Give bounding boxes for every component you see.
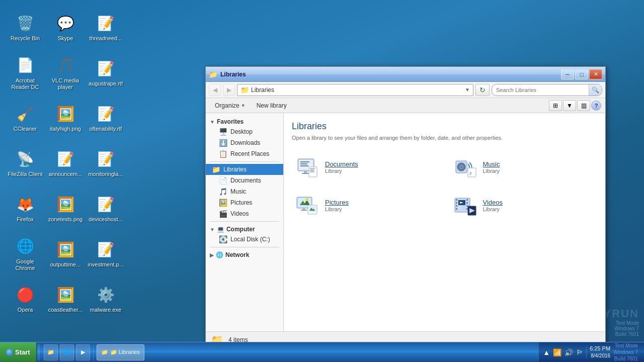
library-item-pictures[interactable]: Pictures Library <box>292 189 440 221</box>
library-item-documents[interactable]: Documents Library <box>292 151 440 183</box>
taskbar-ie-icon[interactable]: 🌐 <box>60 344 74 360</box>
desktop-icon-opera[interactable]: 🔴 Opera <box>5 277 45 322</box>
sidebar-divider-1 <box>210 161 279 162</box>
tray-volume-icon[interactable]: 🔊 <box>565 348 573 356</box>
close-button[interactable]: ✕ <box>589 69 602 79</box>
taskbar-libraries-button[interactable]: 📁 📁 Libraries <box>97 344 144 360</box>
start-button[interactable]: Start <box>0 342 37 363</box>
desktop-icon-investment[interactable]: 📝 investment.p... <box>86 231 126 277</box>
tray-clock[interactable]: 6:25 PM 8/4/2016 <box>590 345 610 359</box>
taskbar-explorer-icon[interactable]: 📁 <box>44 344 58 360</box>
library-item-videos[interactable]: Videos Library <box>450 189 598 221</box>
refresh-button[interactable]: ↻ <box>475 84 490 96</box>
sidebar-item-pictures[interactable]: 🖼️ Pictures <box>213 197 283 208</box>
sidebar-item-music[interactable]: 🎵 Music <box>213 186 283 197</box>
view-dropdown-button[interactable]: ▼ <box>563 100 576 111</box>
quick-launch: 📁 🌐 ▶ <box>41 344 94 360</box>
sidebar-item-recent-places[interactable]: 📋 Recent Places <box>213 148 283 159</box>
desktop-icon-recycle-bin[interactable]: 🗑️ Recycle Bin <box>5 5 45 50</box>
svg-rect-3 <box>300 163 307 164</box>
sidebar-item-local-disk[interactable]: 💽 Local Disk (C:) <box>213 234 283 245</box>
svg-rect-29 <box>456 199 457 201</box>
svg-rect-5 <box>304 171 307 173</box>
desktop-icon-zonetests[interactable]: 🖼️ zonetests.png <box>45 186 86 231</box>
desktop-icon-firefox[interactable]: 🦊 Firefox <box>5 186 45 231</box>
music-library-type: Library <box>483 168 500 174</box>
taskbar-wmp-icon[interactable]: ▶ <box>76 344 90 360</box>
search-input[interactable] <box>492 87 589 93</box>
desktop-icon-vlc[interactable]: 🎵 VLC media player <box>45 50 86 96</box>
tray-network-icon[interactable]: 📶 <box>553 348 561 356</box>
pictures-library-icon <box>296 193 320 217</box>
maximize-button[interactable]: □ <box>575 69 588 79</box>
sidebar-item-downloads[interactable]: ⬇️ Downloads <box>213 137 283 148</box>
desktop-icon-monitoringla[interactable]: 📝 monitoringla... <box>86 141 126 186</box>
documents-library-icon <box>296 155 320 179</box>
taskbar: Start 📁 🌐 ▶ 📁 📁 Libraries ▲ 📶 🔊 🏳 6:25 P… <box>0 342 644 362</box>
new-library-button[interactable]: New library <box>252 100 292 111</box>
desktop-icon-acrobat[interactable]: 📄 Acrobat Reader DC <box>5 50 45 96</box>
library-item-music[interactable]: ♪ Music Library <box>450 151 598 183</box>
address-bar-path: Libraries <box>251 86 463 94</box>
svg-rect-4 <box>300 165 308 166</box>
videos-library-icon <box>454 193 478 217</box>
desktop-icon-announcem[interactable]: 📝 announcem... <box>45 141 86 186</box>
window-controls: ─ □ ✕ <box>561 69 602 79</box>
desktop-icon-filezilla[interactable]: 📡 FileZilla Client <box>5 141 45 186</box>
sidebar: ▼ Favorites 🖥️ Desktop ⬇️ Downloads 📋 Re… <box>206 113 284 331</box>
sidebar-section-libraries: 📁 Libraries 📄 Documents 🎵 Music 🖼️ Pictu… <box>206 164 283 219</box>
sidebar-computer-header[interactable]: ▼ 💻 Computer <box>206 224 283 234</box>
favorites-expand-icon: ▼ <box>210 119 215 125</box>
computer-expand-icon: ▼ <box>210 227 215 232</box>
documents-library-type: Library <box>325 168 358 174</box>
svg-rect-33 <box>466 199 468 201</box>
videos-library-name[interactable]: Videos <box>483 199 503 206</box>
documents-library-name[interactable]: Documents <box>325 160 358 168</box>
desktop-icon-augustrape[interactable]: 📝 augustrape.rtf <box>86 50 126 96</box>
help-button[interactable]: ? <box>591 101 601 111</box>
window-content: ▼ Favorites 🖥️ Desktop ⬇️ Downloads 📋 Re… <box>206 113 605 331</box>
pictures-library-name[interactable]: Pictures <box>325 199 349 206</box>
taskbar-open-windows: 📁 📁 Libraries <box>94 342 539 362</box>
desktop-icon-chrome[interactable]: 🌐 Google Chrome <box>5 231 45 277</box>
window-title-text: Libraries <box>220 71 561 78</box>
music-library-name[interactable]: Music <box>483 160 500 168</box>
search-submit-button[interactable]: 🔍 <box>589 84 602 96</box>
desktop-icon-malware[interactable]: ⚙️ malware.exe <box>86 277 126 322</box>
desktop-icon-threadneed[interactable]: 📝 threadneed... <box>86 5 126 50</box>
sidebar-item-desktop[interactable]: 🖥️ Desktop <box>213 126 283 137</box>
favorites-children: 🖥️ Desktop ⬇️ Downloads 📋 Recent Places <box>213 126 283 159</box>
desktop-icon-deviceshost[interactable]: 📝 deviceshost... <box>86 186 126 231</box>
search-box: 🔍 <box>492 84 602 96</box>
back-button[interactable]: ◀ <box>209 84 221 96</box>
desktop-icon-italyhigh[interactable]: 🖼️ italyhigh.png <box>45 96 86 141</box>
sidebar-network-header[interactable]: ▶ 🌐 Network <box>206 249 283 259</box>
sidebar-item-videos[interactable]: 🎬 Videos <box>213 208 283 219</box>
address-bar-icon: 📁 <box>240 86 249 94</box>
minimize-button[interactable]: ─ <box>561 69 574 79</box>
recent-places-icon: 📋 <box>219 150 227 158</box>
address-bar[interactable]: 📁 Libraries ▼ <box>237 84 473 96</box>
sidebar-item-documents[interactable]: 📄 Documents <box>213 175 283 186</box>
tray-action-center-icon[interactable]: 🏳 <box>576 348 583 356</box>
music-icon: 🎵 <box>219 188 227 196</box>
sidebar-libraries-header[interactable]: 📁 Libraries <box>206 164 283 175</box>
videos-library-type: Library <box>483 206 503 212</box>
sidebar-favorites-header[interactable]: ▼ Favorites <box>206 116 283 126</box>
forward-button[interactable]: ▶ <box>223 84 235 96</box>
organize-menu[interactable]: Organize ▼ <box>210 100 251 111</box>
sidebar-section-favorites: ▼ Favorites 🖥️ Desktop ⬇️ Downloads 📋 Re… <box>206 116 283 159</box>
tray-expand-icon[interactable]: ▲ <box>543 348 550 356</box>
preview-pane-button[interactable]: ▥ <box>577 100 590 111</box>
svg-rect-40 <box>462 206 465 210</box>
desktop-icon-outputtime[interactable]: 🖼️ outputtime... <box>45 231 86 277</box>
svg-rect-8 <box>310 168 315 169</box>
local-disk-icon: 💽 <box>219 235 227 243</box>
desktop-icon-oftenability[interactable]: 📝 oftenability.rtf <box>86 96 126 141</box>
change-view-button[interactable]: ⊞ <box>549 100 562 111</box>
desktop-icon-ccleaner[interactable]: 🧹 CCleaner <box>5 96 45 141</box>
svg-rect-30 <box>456 202 457 204</box>
desktop-icon-coastleather[interactable]: 🖼️ coastleather... <box>45 277 86 322</box>
address-dropdown-arrow[interactable]: ▼ <box>465 87 470 93</box>
desktop-icon-skype[interactable]: 💬 Skype <box>45 5 86 50</box>
